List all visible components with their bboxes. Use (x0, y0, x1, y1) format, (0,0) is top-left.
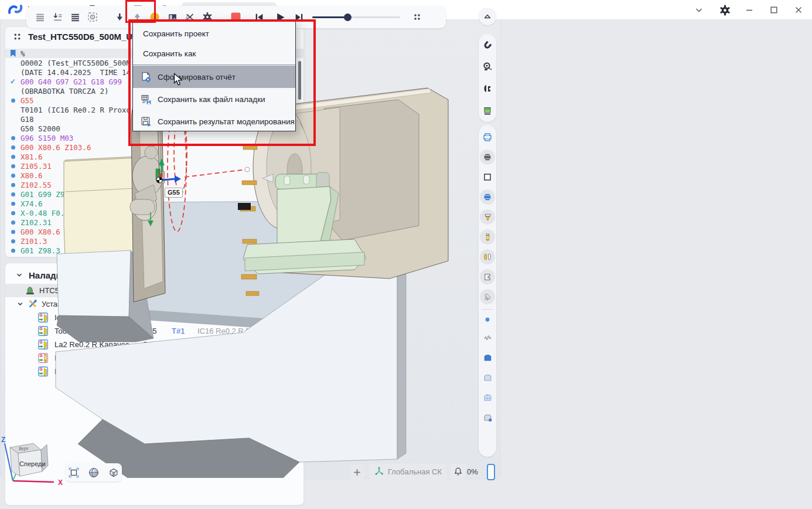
stock-box-icon[interactable] (479, 167, 496, 187)
menu-item-save-project[interactable]: Сохранить проект (133, 23, 295, 43)
save-dropdown-menu: Сохранить проект Сохранить как Сформиров… (132, 19, 296, 131)
tool-holder-icon[interactable] (479, 79, 496, 99)
selection-settings-icon[interactable] (84, 8, 101, 26)
toolpath-curve-icon[interactable] (479, 327, 496, 347)
menu-item-label: Сохранить проект (143, 29, 209, 38)
svg-text:Z: Z (1, 436, 5, 444)
maximize-button[interactable] (766, 2, 782, 18)
drill-bit-icon[interactable] (479, 227, 496, 247)
chuck-front-outline-icon[interactable] (479, 127, 496, 147)
shaded-edges-view-icon[interactable] (479, 367, 496, 387)
progress-battery-indicator (487, 464, 495, 480)
turbine-part-icon[interactable] (479, 247, 496, 267)
sidebar-divider (482, 309, 493, 310)
menu-separator (133, 65, 295, 65)
shaded-view-icon[interactable] (479, 347, 496, 367)
stock-material-icon[interactable] (479, 101, 496, 121)
close-button[interactable] (791, 2, 806, 18)
chuck-back-icon[interactable] (479, 147, 496, 167)
svg-text:Спереди: Спереди (19, 460, 46, 467)
add-csys-button[interactable] (350, 465, 364, 480)
toolbar-grid-handle-icon[interactable] (408, 8, 426, 26)
chuck-active-icon[interactable] (479, 187, 496, 207)
simulation-progress-percent: 0% (467, 467, 478, 476)
save-result-icon (140, 116, 152, 127)
isometric-view-button[interactable] (105, 465, 122, 480)
sidebar-group-display (479, 34, 496, 122)
fixture-block-icon[interactable] (479, 267, 496, 287)
report-document-gear-icon (140, 71, 152, 83)
csys-selector-button[interactable]: Глобальная СК (369, 463, 446, 480)
collapse-toolbar-button[interactable] (691, 2, 707, 18)
menu-item-save-simulation-result[interactable]: Сохранить результат моделирования (133, 110, 295, 133)
menu-item-label: Сохранить результат моделирования (158, 117, 295, 126)
minimize-button[interactable] (742, 2, 757, 18)
zoom-fit-button[interactable] (66, 465, 82, 480)
wireframe-view-icon[interactable] (479, 387, 496, 407)
slider-fill (312, 16, 347, 18)
point-display-icon[interactable] (479, 312, 496, 327)
menu-item-save-setup-file[interactable]: Сохранить как файл наладки (133, 88, 295, 110)
csys-selector-label: Глобальная СК (388, 467, 442, 476)
menu-item-save-as[interactable]: Сохранить как (133, 43, 295, 63)
origin-label[interactable]: G55 (165, 188, 183, 198)
menu-item-label: Сохранить как (143, 49, 196, 58)
slider-thumb[interactable] (344, 13, 352, 21)
all-lines-icon[interactable] (31, 8, 49, 26)
step-down-icon[interactable] (111, 8, 128, 26)
settings-gear-button[interactable] (717, 2, 732, 18)
svg-text:X: X (58, 479, 63, 487)
magnet-snap-icon[interactable] (479, 35, 496, 55)
notifications-button[interactable] (450, 463, 466, 480)
setup-file-save-icon (140, 93, 152, 105)
menu-item-label: Сохранить как файл наладки (158, 95, 265, 104)
orbit-button[interactable] (86, 465, 102, 480)
menu-item-generate-report[interactable]: Сформировать отчёт (133, 66, 295, 88)
menu-item-label: Сформировать отчёт (158, 73, 236, 82)
view-cube[interactable]: Z X Верх Спереди (0, 409, 70, 488)
removed-material-icon[interactable] (479, 287, 496, 307)
cube-face-side[interactable] (41, 444, 48, 471)
probe-camera-icon[interactable] (479, 57, 496, 77)
selected-lines-icon[interactable] (66, 8, 84, 26)
svg-text:Верх: Верх (18, 445, 29, 452)
vertex-view-icon[interactable] (479, 407, 496, 427)
sidebar-group-components (479, 125, 496, 457)
tool-cone-icon[interactable] (479, 207, 496, 227)
collapse-sidebar-button[interactable] (479, 8, 496, 25)
bell-icon (453, 467, 463, 476)
csys-triad-icon (374, 466, 384, 477)
go-to-line-icon[interactable] (49, 8, 66, 26)
view-tools-bar (66, 463, 122, 481)
simulation-progress-slider[interactable] (312, 8, 400, 26)
